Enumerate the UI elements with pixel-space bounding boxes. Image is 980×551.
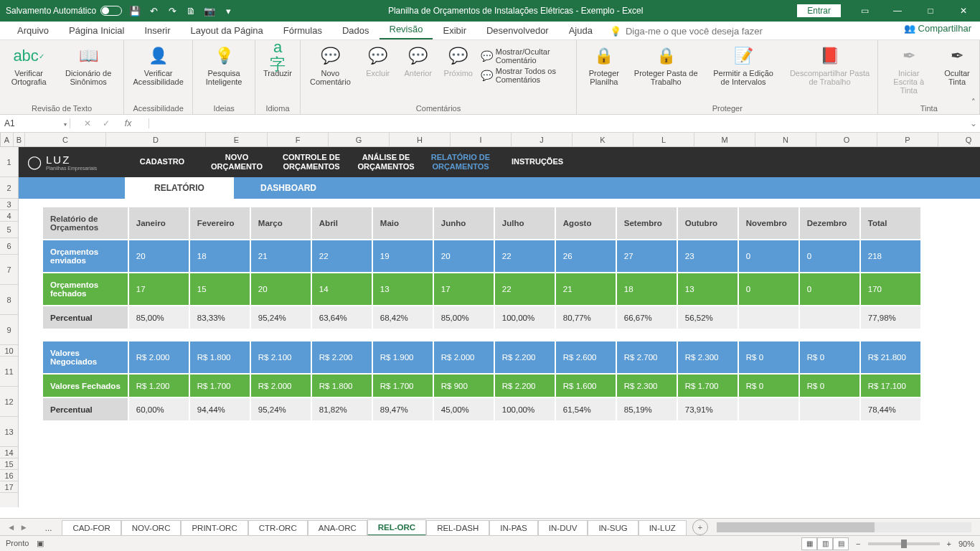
row-header[interactable]: 10 xyxy=(0,345,18,357)
subtab-relatorio[interactable]: RELATÓRIO xyxy=(125,177,234,199)
undo-icon[interactable]: ↶ xyxy=(148,5,159,17)
sheet-tab[interactable]: NOV-ORC xyxy=(121,520,182,535)
start-inking-button[interactable]: ✒Iniciar Escrita à Tinta xyxy=(882,43,935,96)
zoom-level[interactable]: 90% xyxy=(958,540,974,548)
zoom-in-icon[interactable]: + xyxy=(947,540,951,548)
show-hide-comment-button[interactable]: 💬Mostrar/Ocultar Comentário xyxy=(481,47,572,65)
share-button[interactable]: 👥Compartilhar xyxy=(904,23,971,34)
col-header[interactable]: C xyxy=(25,133,106,146)
smart-lookup-button[interactable]: 💡Pesquisa Inteligente xyxy=(197,43,250,88)
sheet-tab[interactable]: ANA-ORC xyxy=(308,520,367,535)
cancel-icon[interactable]: ✕ xyxy=(84,118,91,128)
row-header[interactable]: 15 xyxy=(0,458,18,470)
row-header[interactable]: 13 xyxy=(0,417,18,447)
col-header[interactable]: G xyxy=(329,133,390,146)
sheet-nav-prev-icon[interactable]: ◄ xyxy=(7,523,15,532)
name-box[interactable]: A1 xyxy=(0,118,70,128)
col-header[interactable]: J xyxy=(512,133,573,146)
col-header[interactable]: I xyxy=(451,133,512,146)
allow-edit-ranges-button[interactable]: 📝Permitir a Edição de Intervalos xyxy=(705,43,782,88)
nav-controle[interactable]: CONTROLE DE ORÇAMENTOS xyxy=(274,149,349,176)
col-header[interactable]: B xyxy=(14,133,25,146)
sheet-tab[interactable]: IN-LUZ xyxy=(639,520,687,535)
protect-workbook-button[interactable]: 🔒Proteger Pasta de Trabalho xyxy=(631,43,701,88)
col-header[interactable]: A xyxy=(1,133,14,146)
close-icon[interactable]: ✕ xyxy=(947,0,980,22)
protect-sheet-button[interactable]: 🔒Proteger Planilha xyxy=(581,43,627,88)
row-header[interactable]: 2 xyxy=(0,177,18,199)
save-icon[interactable]: 💾 xyxy=(129,5,141,17)
zoom-out-icon[interactable]: − xyxy=(856,540,860,548)
fx-icon[interactable]: fx xyxy=(121,118,136,128)
quickprint-icon[interactable]: 🗎 xyxy=(185,5,197,17)
next-comment-button[interactable]: 💬Próximo xyxy=(440,43,476,79)
ribbon-options-icon[interactable]: ▭ xyxy=(848,0,881,22)
tab-pagina-inicial[interactable]: Página Inicial xyxy=(59,22,134,39)
enter-icon[interactable]: ✓ xyxy=(103,118,110,128)
nav-novo-orcamento[interactable]: NOVO ORÇAMENTO xyxy=(199,149,274,176)
sheet-tab[interactable]: IN-SUG xyxy=(588,520,638,535)
redo-icon[interactable]: ↷ xyxy=(166,5,178,17)
sheet-tab[interactable]: IN-DUV xyxy=(538,520,588,535)
tab-desenvolvedor[interactable]: Desenvolvedor xyxy=(476,22,559,39)
row-header[interactable]: 4 xyxy=(0,210,18,222)
nav-analise[interactable]: ANÁLISE DE ORÇAMENTOS xyxy=(349,149,423,176)
page-break-view-icon[interactable]: ▤ xyxy=(833,537,849,550)
sheet-tab-active[interactable]: REL-ORC xyxy=(367,519,426,536)
add-sheet-button[interactable]: + xyxy=(692,519,708,535)
col-header[interactable]: K xyxy=(573,133,633,146)
normal-view-icon[interactable]: ▦ xyxy=(801,537,817,550)
col-header[interactable]: P xyxy=(877,133,938,146)
col-header[interactable]: D xyxy=(106,133,206,146)
new-comment-button[interactable]: 💬Novo Comentário xyxy=(305,43,356,88)
spellcheck-button[interactable]: abc✓Verificar Ortografia xyxy=(4,43,53,88)
col-header[interactable]: E xyxy=(206,133,268,146)
sheet-tab[interactable]: CTR-ORC xyxy=(248,520,308,535)
tellme-search[interactable]: 💡Diga-me o que você deseja fazer xyxy=(603,23,770,39)
unshare-workbook-button[interactable]: 📕Descompartilhar Pasta de Trabalho xyxy=(786,43,874,88)
horizontal-scrollbar[interactable] xyxy=(717,522,971,532)
row-header[interactable]: 17 xyxy=(0,481,18,493)
sheet-tab[interactable]: IN-PAS xyxy=(489,520,538,535)
nav-cadastro[interactable]: CADASTRO xyxy=(125,153,199,171)
col-header[interactable]: H xyxy=(390,133,451,146)
row-header[interactable]: 7 xyxy=(0,255,18,285)
row-header[interactable]: 8 xyxy=(0,285,18,315)
tab-revisao[interactable]: Revisão xyxy=(380,21,433,39)
tab-formulas[interactable]: Fórmulas xyxy=(273,22,332,39)
hide-ink-button[interactable]: ✒Ocultar Tinta xyxy=(939,43,975,88)
delete-comment-button[interactable]: 💬Excluir xyxy=(360,43,396,79)
zoom-slider[interactable] xyxy=(868,542,940,545)
col-header[interactable]: M xyxy=(694,133,755,146)
row-header[interactable]: 11 xyxy=(0,357,18,387)
sheet-tab[interactable]: CAD-FOR xyxy=(62,520,121,535)
qat-more-icon[interactable]: ▾ xyxy=(222,5,234,17)
row-header[interactable]: 16 xyxy=(0,470,18,481)
worksheet[interactable]: ◯ LUZPlanilhas Empresariais CADASTRO NOV… xyxy=(19,147,980,507)
collapse-ribbon-icon[interactable]: ˄ xyxy=(971,98,976,107)
sheet-nav-next-icon[interactable]: ► xyxy=(19,523,27,532)
col-header[interactable]: L xyxy=(633,133,694,146)
tab-arquivo[interactable]: Arquivo xyxy=(7,22,59,39)
row-header[interactable]: 6 xyxy=(0,238,18,255)
nav-relatorio[interactable]: RELATÓRIO DE ORÇAMENTOS xyxy=(423,149,498,176)
tab-exibir[interactable]: Exibir xyxy=(433,22,476,39)
maximize-icon[interactable]: □ xyxy=(914,0,947,22)
row-header[interactable]: 1 xyxy=(0,147,18,177)
row-header[interactable]: 3 xyxy=(0,199,18,210)
sheet-tab-more[interactable]: ... xyxy=(35,521,62,535)
tab-dados[interactable]: Dados xyxy=(332,22,380,39)
subtab-dashboard[interactable]: DASHBOARD xyxy=(234,177,343,199)
nav-instrucoes[interactable]: INSTRUÇÕES xyxy=(498,153,577,171)
row-header[interactable]: 9 xyxy=(0,315,18,345)
accessibility-button[interactable]: 👤Verificar Acessibilidade xyxy=(128,43,188,88)
col-header[interactable]: Q xyxy=(938,133,980,146)
sheet-tab[interactable]: PRINT-ORC xyxy=(181,520,248,535)
col-header[interactable]: N xyxy=(755,133,816,146)
translate-button[interactable]: a字Traduzir xyxy=(260,43,296,79)
row-header[interactable]: 5 xyxy=(0,222,18,238)
signin-button[interactable]: Entrar xyxy=(797,4,841,17)
expand-formula-icon[interactable]: ⌄ xyxy=(967,118,980,128)
camera-icon[interactable]: 📷 xyxy=(204,5,215,17)
tab-ajuda[interactable]: Ajuda xyxy=(559,22,603,39)
